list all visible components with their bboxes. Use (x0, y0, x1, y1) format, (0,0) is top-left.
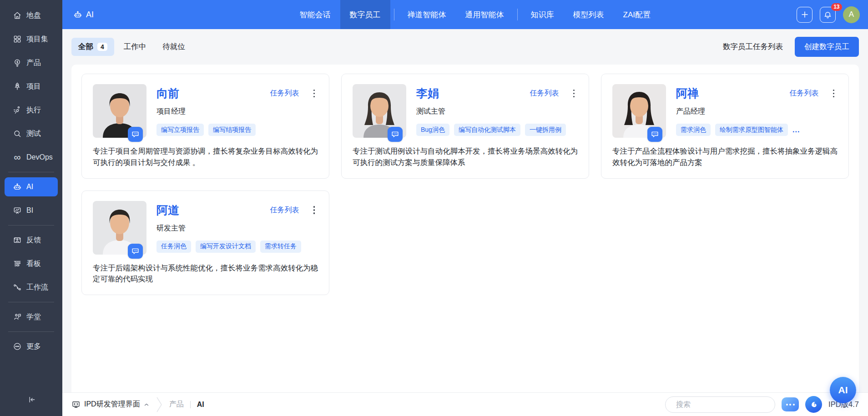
sidebar-item-project[interactable]: 项目 (5, 77, 58, 96)
collapse-icon (27, 395, 36, 404)
ai-assistant-fab[interactable]: AI (830, 377, 856, 403)
tab-model-list[interactable]: 模型列表 (564, 0, 614, 29)
sidebar-item-more[interactable]: 更多 (5, 337, 58, 356)
kanban-icon (13, 259, 22, 268)
sidebar-item-qa[interactable]: 测试 (5, 124, 58, 143)
sidebar: 地盘 项目集 产品 项目 执行 测试 ∞ DevOps AI BI 反馈 看板 (0, 0, 62, 416)
user-avatar[interactable]: A (843, 6, 860, 23)
workflow-icon (13, 283, 22, 292)
skill-tag[interactable]: 编写开发设计文档 (196, 241, 256, 253)
task-list-link[interactable]: 任务列表 (270, 205, 299, 215)
search-input[interactable] (676, 401, 770, 409)
execution-icon (13, 105, 22, 115)
skill-tag[interactable]: 需求转任务 (260, 241, 301, 253)
feedback-chat-icon[interactable] (782, 397, 799, 411)
skill-tag[interactable]: 任务润色 (156, 241, 191, 253)
sidebar-item-execution[interactable]: 执行 (5, 100, 58, 120)
sidebar-item-feedback[interactable]: 反馈 (5, 231, 58, 250)
program-icon (13, 35, 22, 44)
sidebar-divider (8, 172, 54, 172)
sidebar-item-program[interactable]: 项目集 (5, 30, 58, 49)
main-area: AI 智能会话 数字员工 禅道智能体 通用智能体 知识库 模型列表 ZAI配置 … (62, 0, 868, 416)
filter-tab-standby[interactable]: 待就位 (156, 38, 192, 56)
task-list-link[interactable]: 任务列表 (790, 89, 819, 98)
tab-digital-employee[interactable]: 数字员工 (340, 0, 390, 29)
employee-chat-button[interactable] (388, 127, 403, 142)
kebab-menu-icon[interactable] (572, 88, 576, 99)
sidebar-item-product[interactable]: 产品 (5, 53, 58, 72)
tab-smart-chat[interactable]: 智能会话 (290, 0, 340, 29)
sidebar-collapse-button[interactable] (20, 391, 42, 410)
more-icon (13, 342, 22, 351)
footer-bar: IPD研发管理界面 产品 AI IPD版4.7 (62, 392, 868, 416)
skill-tag[interactable]: 需求润色 (676, 124, 711, 136)
employee-photo (93, 201, 146, 255)
brand-label: AI (86, 10, 94, 20)
chat-bubble-icon (651, 130, 659, 139)
employee-name[interactable]: 阿道 (156, 203, 179, 218)
employee-role: 项目经理 (156, 107, 318, 116)
employee-name[interactable]: 李娟 (416, 86, 439, 101)
sidebar-item-home[interactable]: 地盘 (5, 6, 58, 25)
employee-photo (612, 84, 666, 138)
add-button[interactable] (797, 7, 812, 23)
top-navigation: 智能会话 数字员工 禅道智能体 通用智能体 知识库 模型列表 ZAI配置 (290, 0, 660, 29)
employee-photo (353, 84, 406, 138)
feedback-icon (13, 236, 22, 245)
employee-cards-grid: 向前 任务列表 项目经理 编写立项报告 编写结项报告 专注于项目全周期管理与资源… (81, 74, 849, 295)
employee-panel: 向前 任务列表 项目经理 编写立项报告 编写结项报告 专注于项目全周期管理与资源… (71, 65, 859, 392)
robot-brand-icon (73, 10, 82, 19)
employee-description: 专注于项目全周期管理与资源协调，擅长将复杂业务目标高效转化为可执行的项目计划与交… (93, 145, 318, 168)
task-list-link[interactable]: 任务列表 (270, 89, 299, 98)
workspace-switcher[interactable]: IPD研发管理界面 (71, 400, 149, 409)
sidebar-divider (8, 302, 54, 302)
skill-tag[interactable]: 编写立项报告 (156, 124, 204, 136)
bell-icon (823, 10, 832, 19)
more-tags-indicator[interactable]: ... (792, 126, 800, 134)
kebab-menu-icon[interactable] (312, 205, 317, 216)
filter-tab-working[interactable]: 工作中 (117, 38, 153, 56)
kebab-menu-icon[interactable] (832, 88, 836, 99)
tutoring-icon (13, 312, 22, 321)
chat-bubble-icon (391, 130, 399, 139)
bi-icon (13, 206, 22, 215)
sidebar-item-bi[interactable]: BI (5, 201, 58, 220)
sidebar-item-kanban[interactable]: 看板 (5, 254, 58, 273)
skill-tag[interactable]: 一键拆用例 (525, 124, 566, 136)
tab-general-agent[interactable]: 通用智能体 (456, 0, 514, 29)
search-box (665, 396, 775, 413)
all-count-badge: 4 (97, 43, 107, 51)
employee-chat-button[interactable] (647, 127, 662, 142)
sidebar-item-ai[interactable]: AI (5, 177, 58, 196)
sidebar-item-workflow[interactable]: 工作流 (5, 278, 58, 297)
nav-divider (517, 9, 518, 20)
breadcrumb-product[interactable]: 产品 (169, 400, 184, 409)
task-list-link[interactable]: 任务列表 (530, 89, 559, 98)
tab-knowledge-base[interactable]: 知识库 (521, 0, 564, 29)
filter-tab-all[interactable]: 全部 4 (71, 38, 114, 56)
notifications-button[interactable]: 13 (820, 7, 836, 23)
skill-tag[interactable]: Bug润色 (416, 124, 449, 136)
breadcrumb-current-ai[interactable]: AI (197, 401, 204, 409)
filter-bar: 全部 4 工作中 待就位 数字员工任务列表 创建数字员工 (62, 29, 868, 65)
employee-card: 李娟 任务列表 测试主管 Bug润色 编写自动化测试脚本 一键拆用例 专注于测试… (341, 74, 589, 179)
tab-zai-config[interactable]: ZAI配置 (614, 0, 660, 29)
devops-icon: ∞ (13, 153, 22, 162)
breadcrumb-divider (190, 401, 191, 408)
sidebar-item-devops[interactable]: ∞ DevOps (5, 148, 58, 167)
employee-chat-button[interactable] (128, 244, 143, 259)
skill-tag[interactable]: 绘制需求原型图智能体 (715, 124, 788, 136)
employee-task-list-link[interactable]: 数字员工任务列表 (723, 42, 783, 52)
skill-tag[interactable]: 编写自动化测试脚本 (454, 124, 520, 136)
employee-name[interactable]: 向前 (156, 86, 179, 101)
tab-zentao-agent[interactable]: 禅道智能体 (398, 0, 456, 29)
app-brand: AI (73, 10, 94, 20)
employee-chat-button[interactable] (128, 127, 143, 142)
sidebar-item-tutoring[interactable]: 学堂 (5, 307, 58, 326)
monitor-icon (71, 400, 81, 409)
kebab-menu-icon[interactable] (312, 88, 317, 99)
create-employee-button[interactable]: 创建数字员工 (795, 37, 859, 57)
employee-name[interactable]: 阿禅 (676, 86, 699, 101)
skill-tag[interactable]: 编写结项报告 (208, 124, 256, 136)
employee-description: 专注于产品全流程体验设计与用户需求挖掘，擅长将抽象业务逻辑高效转化为可落地的产品… (612, 145, 838, 168)
